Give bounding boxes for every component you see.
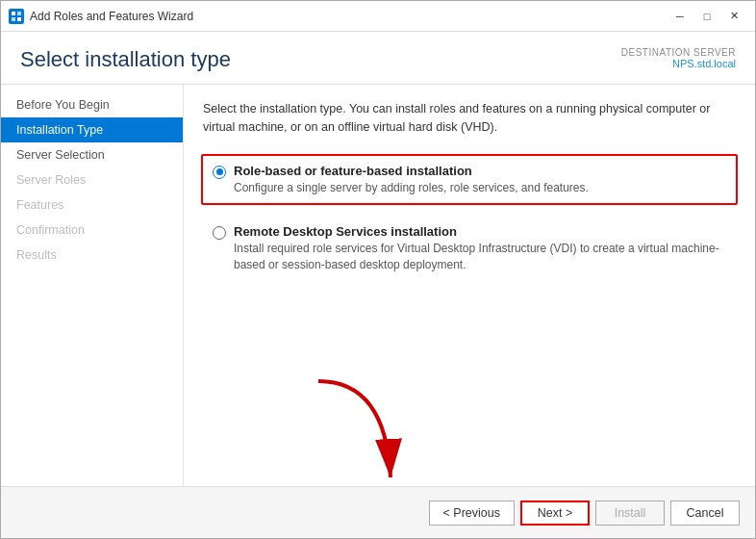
page-title: Select installation type xyxy=(20,47,231,72)
option-group: Role-based or feature-based installation… xyxy=(203,156,736,281)
content-area: Select the installation type. You can in… xyxy=(184,85,755,486)
sidebar: Before You Begin Installation Type Serve… xyxy=(1,85,184,486)
sidebar-item-results: Results xyxy=(1,243,183,268)
role-based-text: Role-based or feature-based installation… xyxy=(234,164,589,196)
cancel-button[interactable]: Cancel xyxy=(670,500,740,526)
sidebar-item-installation-type[interactable]: Installation Type xyxy=(1,117,183,142)
svg-rect-1 xyxy=(17,12,21,15)
footer: < Previous Next > Install Cancel xyxy=(1,486,755,538)
svg-rect-3 xyxy=(17,17,21,21)
remote-desktop-radio[interactable] xyxy=(213,226,226,240)
role-based-option[interactable]: Role-based or feature-based installation… xyxy=(201,154,738,206)
page-header: Select installation type DESTINATION SER… xyxy=(1,32,755,85)
window-controls: ─ □ ✕ xyxy=(667,5,747,28)
destination-server-name: NPS.std.local xyxy=(621,58,736,69)
sidebar-item-before-you-begin[interactable]: Before You Begin xyxy=(1,92,183,117)
svg-rect-0 xyxy=(12,12,15,15)
remote-desktop-description: Install required role services for Virtu… xyxy=(234,241,726,273)
title-bar-left: Add Roles and Features Wizard xyxy=(9,9,193,24)
title-bar: Add Roles and Features Wizard ─ □ ✕ xyxy=(1,1,755,32)
role-based-radio[interactable] xyxy=(213,166,226,179)
install-button[interactable]: Install xyxy=(595,500,665,526)
sidebar-item-confirmation: Confirmation xyxy=(1,218,183,243)
remote-desktop-option[interactable]: Remote Desktop Services installation Ins… xyxy=(203,217,736,281)
main-content: Before You Begin Installation Type Serve… xyxy=(1,85,755,486)
close-button[interactable]: ✕ xyxy=(720,5,747,28)
sidebar-item-server-roles: Server Roles xyxy=(1,167,183,192)
previous-button[interactable]: < Previous xyxy=(429,500,515,526)
destination-server-label: DESTINATION SERVER xyxy=(621,47,736,58)
destination-server-info: DESTINATION SERVER NPS.std.local xyxy=(621,47,736,69)
role-based-label: Role-based or feature-based installation xyxy=(234,164,472,178)
remote-desktop-label: Remote Desktop Services installation xyxy=(234,224,457,239)
wizard-window: Add Roles and Features Wizard ─ □ ✕ Sele… xyxy=(0,0,756,539)
window-title: Add Roles and Features Wizard xyxy=(30,10,193,23)
maximize-button[interactable]: □ xyxy=(693,5,720,28)
sidebar-item-server-selection[interactable]: Server Selection xyxy=(1,142,183,167)
next-button[interactable]: Next > xyxy=(520,500,590,526)
minimize-button[interactable]: ─ xyxy=(667,5,693,28)
svg-rect-2 xyxy=(12,17,15,21)
description-text: Select the installation type. You can in… xyxy=(203,100,736,137)
sidebar-item-features: Features xyxy=(1,192,183,218)
remote-desktop-text: Remote Desktop Services installation Ins… xyxy=(234,224,726,273)
app-icon xyxy=(9,9,24,24)
role-based-description: Configure a single server by adding role… xyxy=(234,180,589,196)
